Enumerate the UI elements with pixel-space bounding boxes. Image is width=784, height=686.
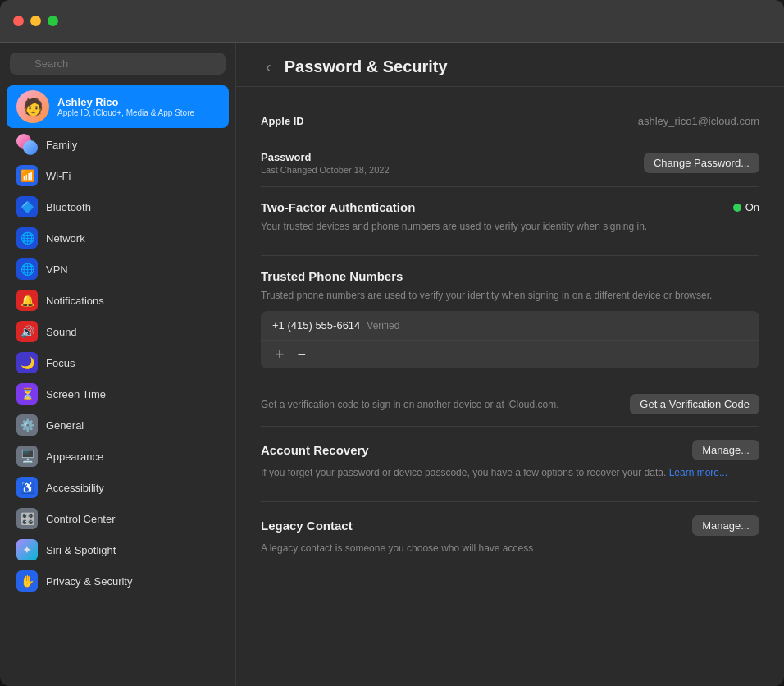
- account-recovery-desc: If you forget your password or device pa…: [261, 465, 759, 480]
- search-container: 🔍: [0, 53, 235, 85]
- content-area: 🔍 🧑 Ashley Rico Apple ID, iCloud+, Media…: [0, 43, 784, 686]
- sound-icon: 🔊: [16, 321, 38, 342]
- legacy-contact-desc: A legacy contact is someone you choose w…: [261, 541, 759, 556]
- appearance-icon: 🖥️: [16, 446, 38, 467]
- two-factor-status: On: [733, 201, 759, 213]
- trusted-phone-block: Trusted Phone Numbers Trusted phone numb…: [261, 256, 759, 382]
- accessibility-icon: ♿: [16, 477, 38, 498]
- sidebar-item-wifi[interactable]: 📶 Wi-Fi: [7, 161, 229, 190]
- sidebar-item-bluetooth[interactable]: 🔷 Bluetooth: [7, 192, 229, 222]
- change-password-button[interactable]: Change Password...: [644, 153, 759, 173]
- search-input[interactable]: [10, 53, 226, 75]
- sidebar-item-label-control-center: Control Center: [46, 513, 116, 525]
- sidebar-item-vpn[interactable]: 🌐 VPN: [7, 254, 229, 284]
- sidebar-item-accessibility[interactable]: ♿ Accessibility: [7, 473, 229, 502]
- control-center-icon: 🎛️: [16, 508, 38, 529]
- main-panel: ‹ Password & Security Apple ID ashley_ri…: [236, 43, 784, 686]
- sidebar-item-label-general: General: [46, 419, 84, 432]
- phone-entry: +1 (415) 555-6614 Verified: [261, 311, 759, 341]
- legacy-contact-manage-button[interactable]: Manage...: [692, 515, 759, 536]
- phone-number: +1 (415) 555-6614: [272, 319, 360, 332]
- user-info: Ashley Rico Apple ID, iCloud+, Media & A…: [57, 96, 194, 117]
- password-info: Password Last Changed October 18, 2022: [261, 151, 390, 175]
- two-factor-desc: Your trusted devices and phone numbers a…: [261, 219, 759, 234]
- vpn-icon: 🌐: [16, 258, 38, 280]
- focus-icon: 🌙: [16, 352, 38, 373]
- trusted-phone-desc: Trusted phone numbers are used to verify…: [261, 288, 759, 303]
- sidebar-item-label-bluetooth: Bluetooth: [46, 201, 91, 213]
- sidebar-item-label-sound: Sound: [46, 326, 77, 338]
- sidebar-item-label-screen-time: Screen Time: [46, 388, 106, 400]
- phone-box: +1 (415) 555-6614 Verified + −: [261, 311, 759, 368]
- apple-id-label: Apple ID: [261, 115, 304, 127]
- verification-row: Get a verification code to sign in on an…: [261, 382, 759, 427]
- close-button[interactable]: [13, 16, 24, 26]
- sidebar-item-general[interactable]: ⚙️ General: [7, 410, 229, 440]
- password-row: Password Last Changed October 18, 2022 C…: [261, 139, 759, 187]
- siri-icon: ✦: [16, 539, 38, 560]
- account-recovery-block: Account Recovery Manage... If you forget…: [261, 427, 759, 502]
- sidebar-item-user[interactable]: 🧑 Ashley Rico Apple ID, iCloud+, Media &…: [7, 85, 229, 128]
- sidebar-item-label-notifications: Notifications: [46, 295, 104, 307]
- legacy-contact-header: Legacy Contact Manage...: [261, 515, 759, 536]
- user-name: Ashley Rico: [57, 96, 194, 108]
- sidebar-item-label-wifi: Wi-Fi: [46, 170, 71, 182]
- search-wrapper: 🔍: [10, 53, 226, 75]
- two-factor-block: Two-Factor Authentication On Your truste…: [261, 187, 759, 256]
- sidebar-item-screen-time[interactable]: ⏳ Screen Time: [7, 379, 229, 409]
- sidebar-item-label-family: Family: [46, 139, 77, 151]
- two-factor-title: Two-Factor Authentication: [261, 200, 415, 214]
- sidebar-item-label-siri: Siri & Spotlight: [46, 544, 116, 556]
- sidebar-item-sound[interactable]: 🔊 Sound: [7, 317, 229, 346]
- privacy-icon: ✋: [16, 570, 38, 592]
- sidebar-item-label-focus: Focus: [46, 357, 75, 369]
- password-sublabel: Last Changed October 18, 2022: [261, 165, 390, 175]
- sidebar-item-privacy[interactable]: ✋ Privacy & Security: [7, 566, 229, 596]
- get-verification-code-button[interactable]: Get a Verification Code: [630, 394, 759, 414]
- sidebar-item-label-accessibility: Accessibility: [46, 482, 104, 494]
- apple-id-row: Apple ID ashley_rico1@icloud.com: [261, 103, 759, 139]
- remove-phone-button[interactable]: −: [291, 345, 313, 364]
- sidebar-item-label-privacy: Privacy & Security: [46, 575, 132, 588]
- green-dot-icon: [733, 204, 741, 212]
- phone-actions: + −: [261, 341, 759, 368]
- sidebar-item-focus[interactable]: 🌙 Focus: [7, 348, 229, 377]
- minimize-button[interactable]: [30, 16, 41, 26]
- traffic-lights: [13, 16, 58, 26]
- notifications-icon: 🔔: [16, 290, 38, 311]
- verified-badge: Verified: [367, 320, 399, 332]
- family-avatar-2: [23, 140, 38, 155]
- main-content: Apple ID ashley_rico1@icloud.com Passwor…: [236, 87, 784, 593]
- sidebar-item-control-center[interactable]: 🎛️ Control Center: [7, 504, 229, 533]
- verification-desc: Get a verification code to sign in on an…: [261, 397, 613, 412]
- trusted-phone-title: Trusted Phone Numbers: [261, 269, 759, 283]
- page-title: Password & Security: [285, 57, 448, 76]
- apple-id-value: ashley_rico1@icloud.com: [638, 115, 759, 127]
- sidebar-item-label-network: Network: [46, 232, 85, 245]
- password-label: Password: [261, 151, 390, 163]
- sidebar-item-notifications[interactable]: 🔔 Notifications: [7, 286, 229, 315]
- two-factor-status-label: On: [745, 201, 759, 213]
- network-icon: 🌐: [16, 227, 38, 249]
- learn-more-link[interactable]: Learn more...: [669, 467, 727, 478]
- sidebar-item-family[interactable]: Family: [7, 130, 229, 159]
- wifi-icon: 📶: [16, 165, 38, 186]
- account-recovery-title: Account Recovery: [261, 443, 369, 457]
- sidebar-item-label-vpn: VPN: [46, 263, 68, 276]
- back-button[interactable]: ‹: [261, 56, 276, 78]
- account-recovery-manage-button[interactable]: Manage...: [692, 440, 759, 460]
- legacy-contact-block: Legacy Contact Manage... A legacy contac…: [261, 502, 759, 577]
- sidebar: 🔍 🧑 Ashley Rico Apple ID, iCloud+, Media…: [0, 43, 236, 686]
- maximize-button[interactable]: [48, 16, 58, 26]
- general-icon: ⚙️: [16, 414, 38, 436]
- sidebar-item-network[interactable]: 🌐 Network: [7, 223, 229, 253]
- sidebar-item-siri[interactable]: ✦ Siri & Spotlight: [7, 535, 229, 565]
- user-subtitle: Apple ID, iCloud+, Media & App Store: [57, 108, 194, 117]
- bluetooth-icon: 🔷: [16, 196, 38, 217]
- sidebar-item-appearance[interactable]: 🖥️ Appearance: [7, 441, 229, 471]
- add-phone-button[interactable]: +: [269, 345, 291, 364]
- screen-time-icon: ⏳: [16, 383, 38, 405]
- avatar: 🧑: [16, 90, 49, 123]
- account-recovery-header: Account Recovery Manage...: [261, 440, 759, 460]
- family-avatars-icon: [16, 134, 38, 155]
